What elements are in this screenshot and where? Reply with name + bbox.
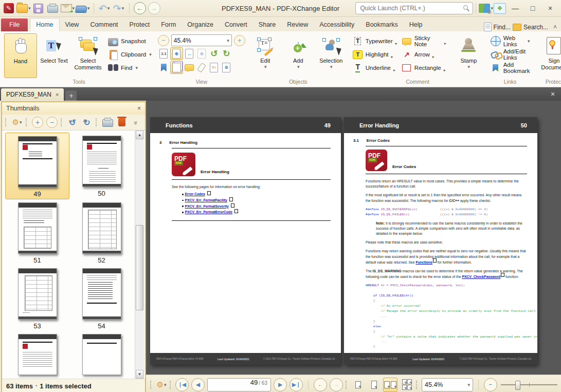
highlight-button[interactable]: T Highlight ▸ xyxy=(351,48,399,61)
zoom-out-statusbar-button[interactable]: − xyxy=(484,378,497,391)
search-button[interactable]: Search... xyxy=(523,24,548,31)
selection-button[interactable]: Selection ▾ xyxy=(315,33,347,78)
quick-launch-box[interactable] xyxy=(355,2,473,14)
tab-bookmarks[interactable]: Bookmarks xyxy=(360,18,404,31)
history-back-button[interactable]: ← xyxy=(133,2,147,15)
email-button[interactable]: ▾ xyxy=(61,2,75,15)
comments-pane-button[interactable] xyxy=(184,62,195,73)
rotate-ccw-button[interactable]: ↺ xyxy=(208,48,220,60)
rotate-cw-90-button[interactable]: ↻90° xyxy=(81,117,93,128)
ui-options-button[interactable]: ▾ xyxy=(479,2,493,15)
thumbnail-page-49[interactable]: 49 xyxy=(5,133,69,199)
document-view[interactable]: Functions 49 3 Error Handling PDF SDK xyxy=(146,101,561,375)
stamp-button[interactable]: Stamp ▾ xyxy=(453,33,484,78)
tab-review[interactable]: Review xyxy=(281,18,314,31)
tab-organize[interactable]: Organize xyxy=(182,18,219,31)
single-page-layout-button[interactable] xyxy=(351,378,365,391)
last-page-button[interactable]: ▶❘ xyxy=(289,378,303,391)
delete-pages-button[interactable] xyxy=(116,117,128,128)
find-button[interactable]: Find... xyxy=(494,24,511,31)
more-tools-button[interactable]: » xyxy=(131,117,142,128)
doc-link[interactable]: PXCV_Err_FormatErrorCode xyxy=(185,210,233,215)
document-tab-close-icon[interactable]: × xyxy=(56,91,59,98)
typewriter-button[interactable]: T Typewriter ▸ xyxy=(351,35,399,47)
close-document-button[interactable]: × xyxy=(547,89,559,99)
arrow-button[interactable]: ↗ Arrow ▸ xyxy=(400,48,448,61)
page-50[interactable]: Error Handling 50 3.1 Error Codes PDF S xyxy=(344,117,537,365)
doc-link[interactable]: Error Codes xyxy=(185,192,205,197)
rotate-cw-button[interactable]: ↻ xyxy=(221,48,232,60)
thumbnails-zoom-in-button[interactable]: + xyxy=(32,117,43,128)
thumbnails-options-button[interactable]: ⚙▾ xyxy=(11,117,23,128)
thumbnail-page-52[interactable]: 52 xyxy=(69,199,134,265)
fit-visible-button[interactable]: ✥ xyxy=(196,48,208,60)
tab-convert[interactable]: Convert xyxy=(219,18,253,31)
previous-view-button[interactable]: ← xyxy=(314,378,327,391)
thumbnail-page-56-partial[interactable] xyxy=(69,331,134,376)
rotate-ccw-90-button[interactable]: ↺90° xyxy=(67,117,78,128)
thumbnail-page-55-partial[interactable] xyxy=(5,331,69,376)
quick-launch-input[interactable] xyxy=(359,4,463,12)
tab-view[interactable]: View xyxy=(60,18,85,31)
edit-objects-button[interactable]: T≡ Edit ▾ xyxy=(249,33,281,78)
attachments-pane-button[interactable] xyxy=(196,62,208,73)
two-page-layout-button[interactable] xyxy=(383,378,397,392)
zoom-level-combo[interactable]: 45.4% ▾ xyxy=(171,34,232,46)
two-page-continuous-button[interactable] xyxy=(400,378,413,391)
find-tool-button[interactable]: Find ▾ xyxy=(106,62,154,74)
tab-help[interactable]: Help xyxy=(404,18,428,31)
scroll-down-icon[interactable]: ▼ xyxy=(136,370,143,379)
first-page-button[interactable]: ❘◀ xyxy=(175,378,189,391)
thumbnails-panel-close-button[interactable]: × xyxy=(137,105,141,112)
pane-options-button[interactable]: ⚙ xyxy=(221,62,232,73)
fit-page-button[interactable]: ✥ xyxy=(170,47,183,60)
fit-width-button[interactable]: ↔ xyxy=(184,48,195,60)
doc-link[interactable]: PXCV_Err_FormatSeverity xyxy=(185,204,229,209)
undo-button[interactable]: ↶▾ xyxy=(98,2,111,15)
tab-home[interactable]: Home xyxy=(30,18,59,31)
full-screen-button[interactable]: ❖ xyxy=(493,2,506,15)
doc-link[interactable]: PXCV_CheckPassword xyxy=(462,275,500,278)
thumbnail-page-50[interactable]: 50 xyxy=(69,133,134,199)
hand-tool-button[interactable]: Hand xyxy=(4,33,37,78)
thumbnail-page-53[interactable]: 53 xyxy=(5,265,69,331)
sticky-note-button[interactable]: Sticky Note ▸ xyxy=(400,35,448,47)
content-pane-button[interactable]: T≡ xyxy=(208,62,220,73)
thumbnails-pane-button[interactable] xyxy=(170,61,183,74)
save-button[interactable] xyxy=(32,2,45,15)
history-forward-button[interactable]: → xyxy=(148,2,161,15)
continuous-layout-button[interactable] xyxy=(367,378,381,391)
maximize-button[interactable]: □ xyxy=(524,2,541,14)
open-button[interactable]: ▾ xyxy=(16,2,31,15)
zoom-in-button[interactable]: + xyxy=(234,35,245,46)
zoom-combo[interactable]: 45.4% ▾ xyxy=(422,378,473,391)
document-tab-active[interactable]: PDFXES9_MAN × xyxy=(1,88,64,101)
previous-page-button[interactable]: ◀ xyxy=(191,378,205,391)
tab-accessibility[interactable]: Accessibility xyxy=(314,18,360,31)
print-pages-button[interactable] xyxy=(102,117,113,128)
zoom-slider[interactable] xyxy=(501,384,557,385)
new-document-tab-button[interactable]: + xyxy=(65,90,77,101)
doc-link[interactable]: PXCV_Err_FormatFacility xyxy=(185,198,227,203)
page-49[interactable]: Functions 49 3 Error Handling PDF SDK xyxy=(150,117,341,365)
snapshot-button[interactable]: Snapshot xyxy=(106,35,154,47)
tab-share[interactable]: Share xyxy=(253,18,281,31)
app-menu-button[interactable]: ✎ xyxy=(2,2,15,15)
zoom-out-button[interactable]: − xyxy=(158,35,169,46)
add-objects-button[interactable]: + Add ▾ xyxy=(282,33,314,78)
scan-button[interactable]: ▾ xyxy=(76,2,90,15)
next-page-button[interactable]: ▶ xyxy=(274,378,287,391)
tab-file[interactable]: File xyxy=(1,18,28,31)
doc-link[interactable]: Functions xyxy=(415,260,432,264)
close-button[interactable]: × xyxy=(541,2,559,14)
thumbnail-page-51[interactable]: 51 xyxy=(5,199,69,265)
add-edit-links-button[interactable]: Add/Edit Links xyxy=(488,48,532,61)
collapse-ribbon-button[interactable]: ˄ xyxy=(553,24,557,31)
thumbnails-scrollbar-thumb[interactable] xyxy=(136,225,143,310)
next-view-button[interactable]: → xyxy=(330,378,343,391)
clipboard-button[interactable]: Clipboard ▾ xyxy=(106,48,154,61)
rectangle-button[interactable]: Rectangle ▸ xyxy=(400,62,448,74)
thumbnails-scrollbar[interactable]: ▲ ▼ xyxy=(135,130,144,379)
zoom-slider-handle[interactable] xyxy=(515,381,520,390)
web-links-button[interactable]: Web Links ▾ xyxy=(488,35,532,47)
